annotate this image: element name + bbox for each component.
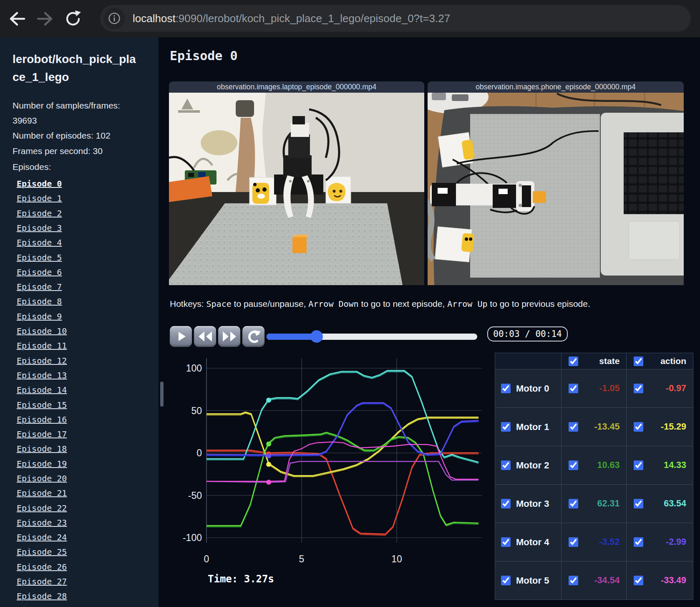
motor-table: state action Motor 0-1.05-0.97Motor 1-13… [495,353,693,600]
motor-row-checkbox[interactable] [501,499,511,508]
motor-action-value: -33.49 [661,575,686,586]
motor-state-checkbox[interactable] [569,576,578,585]
reload-icon[interactable] [63,9,83,28]
episode-link[interactable]: Episode 12 [17,356,67,366]
motor-row-checkbox[interactable] [501,422,511,432]
episode-link[interactable]: Episode 26 [17,562,67,572]
dataset-info-samples: Number of samples/frames: 39693 [13,98,142,129]
dataset-title: lerobot/koch_pick_place_1_lego [13,50,138,86]
episode-list-item: Episode 2 [17,206,148,220]
seek-slider[interactable] [267,334,477,340]
episode-link[interactable]: Episode 5 [17,253,62,263]
episode-list-item: Episode 20 [17,471,148,486]
episode-link[interactable]: Episode 2 [17,208,62,218]
motor-state-checkbox[interactable] [569,384,578,393]
motor-row-checkbox[interactable] [501,460,511,470]
forward-icon[interactable] [35,9,55,28]
episode-link[interactable]: Episode 23 [17,518,67,528]
episode-link[interactable]: Episode 19 [17,459,67,469]
episode-link[interactable]: Episode 22 [17,503,67,513]
episode-link[interactable]: Episode 4 [17,238,62,248]
motor-row-checkbox[interactable] [501,537,511,547]
seek-slider-thumb[interactable] [310,330,323,343]
episode-link[interactable]: Episode 16 [17,415,67,425]
motor-state-checkbox[interactable] [569,460,578,470]
episode-link[interactable]: Episode 25 [17,547,67,557]
dataset-info: Number of samples/frames: 39693 Number o… [13,98,142,175]
motor-row-checkbox[interactable] [501,576,511,585]
loop-button[interactable] [242,326,264,347]
video-laptop[interactable] [169,93,424,285]
motor-table-header: state action [495,353,693,369]
action-column-checkbox[interactable] [634,357,643,366]
motor-action-checkbox[interactable] [634,499,643,508]
scrollbar-thumb[interactable] [160,382,164,407]
episode-link[interactable]: Episode 7 [17,282,62,292]
motor-action-value: 63.54 [664,498,686,509]
back-icon[interactable] [8,9,27,28]
motor-action-checkbox[interactable] [634,460,643,470]
motor-row-checkbox[interactable] [501,384,511,393]
svg-text:5: 5 [299,554,305,564]
time-display: 00:03 / 00:14 [487,326,568,341]
episode-link[interactable]: Episode 0 [17,179,62,189]
episode-link[interactable]: Episode 28 [17,591,67,601]
motor-state-checkbox[interactable] [569,499,578,508]
episode-list: Episode 0Episode 1Episode 2Episode 3Epis… [13,176,148,604]
svg-text:-50: -50 [188,490,202,501]
browser-window: localhost:9090/lerobot/koch_pick_place_1… [0,0,700,607]
svg-text:10: 10 [391,554,402,564]
motor-action-checkbox[interactable] [634,576,643,585]
episode-list-item: Episode 23 [17,515,148,530]
episode-link[interactable]: Episode 6 [17,267,62,277]
url-bar[interactable]: localhost:9090/lerobot/koch_pick_place_1… [100,5,691,32]
episode-link[interactable]: Episode 14 [17,385,67,395]
play-button[interactable] [170,326,192,347]
episode-link[interactable]: Episode 21 [17,488,67,498]
episode-link[interactable]: Episode 11 [17,341,67,351]
episode-link[interactable]: Episode 1 [17,193,62,203]
motor-name: Motor 3 [516,498,549,509]
hotkey-text: Hotkeys: [170,299,206,309]
episode-link[interactable]: Episode 27 [17,577,67,587]
motor-table-row: Motor 4-3.52-2.99 [495,523,693,561]
episode-link[interactable]: Episode 20 [17,473,67,483]
motor-table-row: Motor 0-1.05-0.97 [495,369,693,408]
fast-forward-button[interactable] [218,326,240,347]
motor-table-row: Motor 5-34.54-33.49 [495,561,693,600]
hotkey-text: to go to previous episode. [487,299,590,309]
site-info-icon[interactable] [103,8,125,29]
video-panel-phone: observation.images.phone_episode_000000.… [428,81,684,285]
motor-action-checkbox[interactable] [634,537,643,547]
episode-link[interactable]: Episode 13 [17,370,67,380]
video-phone-frame [428,93,684,285]
episode-link[interactable]: Episode 15 [17,400,67,410]
episode-link[interactable]: Episode 18 [17,444,67,454]
episode-link[interactable]: Episode 9 [17,311,62,321]
motor-state-checkbox[interactable] [569,422,578,432]
svg-text:-100: -100 [183,532,202,543]
episode-list-item: Episode 17 [17,427,148,441]
motor-action-checkbox[interactable] [634,422,643,432]
rewind-button[interactable] [194,326,216,347]
episode-link[interactable]: Episode 17 [17,429,67,439]
sidebar: lerobot/koch_pick_place_1_lego Number of… [0,38,159,607]
svg-text:100: 100 [186,363,202,374]
motor-action-checkbox[interactable] [634,384,643,393]
episode-link[interactable]: Episode 24 [17,532,67,542]
motor-state-checkbox[interactable] [569,537,578,547]
episode-list-item: Episode 0 [17,176,148,191]
video-phone[interactable] [428,93,684,285]
episode-link[interactable]: Episode 3 [17,223,62,233]
motor-name: Motor 5 [516,575,549,586]
episode-list-item: Episode 5 [17,250,148,265]
state-column-checkbox[interactable] [569,357,578,366]
motor-name: Motor 1 [516,422,549,432]
action-column-header: action [660,356,686,366]
motor-table-row: Motor 362.3163.54 [495,485,693,523]
motor-name: Motor 4 [516,537,549,548]
svg-text:0: 0 [204,554,209,564]
episode-link[interactable]: Episode 10 [17,326,67,336]
episode-link[interactable]: Episode 8 [17,296,62,306]
motor-chart: 100500-50-1000510Time: 3.27s [175,355,492,589]
